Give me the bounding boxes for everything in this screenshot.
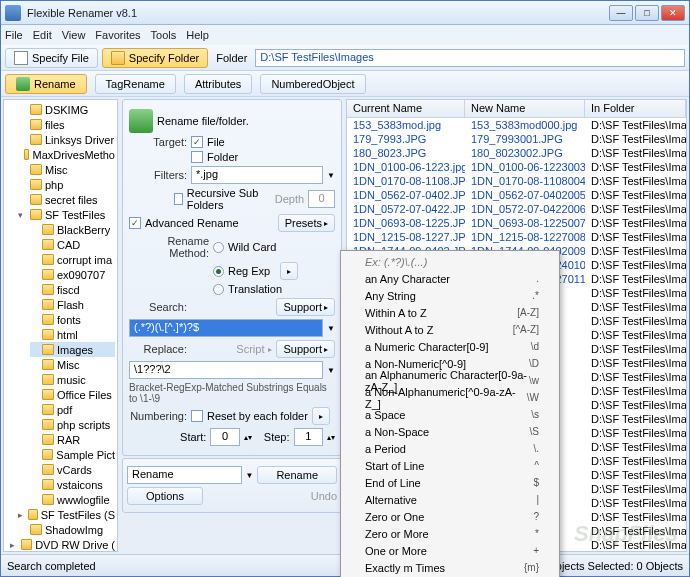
menu-item[interactable]: Any String.* <box>343 287 557 304</box>
tree-item[interactable]: Sample Pict <box>30 447 115 462</box>
method-regexp-radio[interactable] <box>213 266 224 277</box>
menu-item[interactable]: Within A to Z[A-Z] <box>343 304 557 321</box>
menu-item[interactable]: a Non-Space\S <box>343 423 557 440</box>
step-spinner-icon[interactable]: ▴▾ <box>327 433 335 442</box>
tree-item[interactable]: vCards <box>30 462 115 477</box>
menu-item[interactable]: Exactly m Times{m} <box>343 559 557 576</box>
tree-item[interactable]: BlackBerry <box>30 222 115 237</box>
filters-dropdown-icon[interactable]: ▼ <box>327 171 335 180</box>
tree-item[interactable]: CAD <box>30 237 115 252</box>
folder-path-input[interactable]: D:\SF TestFiles\Images <box>255 49 685 67</box>
rename-combo[interactable]: Rename <box>127 466 242 484</box>
regexp-arrow-button[interactable]: ▸ <box>280 262 298 280</box>
table-row[interactable]: 179_7993.JPG179_7993001.JPGD:\SF TestFil… <box>347 132 686 146</box>
start-input[interactable]: 0 <box>210 428 239 446</box>
table-row[interactable]: 153_5383mod.jpg153_5383mod000.jpgD:\SF T… <box>347 118 686 132</box>
menu-tools[interactable]: Tools <box>151 29 177 41</box>
target-folder-checkbox[interactable] <box>191 151 203 163</box>
menu-item[interactable]: Zero or More* <box>343 525 557 542</box>
menu-item[interactable]: an Any Character. <box>343 270 557 287</box>
table-row[interactable]: 180_8023.JPG180_8023002.JPGD:\SF TestFil… <box>347 146 686 160</box>
close-button[interactable]: ✕ <box>661 5 685 21</box>
numbering-arrow-button[interactable]: ▸ <box>312 407 330 425</box>
menu-item[interactable]: Start of Line^ <box>343 457 557 474</box>
col-in-folder[interactable]: In Folder <box>585 100 686 117</box>
tree-item[interactable]: ▾SF TestFiles <box>18 207 115 222</box>
search-input[interactable]: (.*?)(\.[^.]*)?$ <box>129 319 323 337</box>
tree-item[interactable]: ▸DVD RW Drive ( <box>10 537 115 552</box>
rename-button[interactable]: Rename <box>257 466 337 484</box>
search-dropdown-icon[interactable]: ▼ <box>327 324 335 333</box>
tree-item[interactable]: corrupt ima <box>30 252 115 267</box>
start-spinner-icon[interactable]: ▴▾ <box>244 433 252 442</box>
search-support-button[interactable]: Support▸ <box>276 298 335 316</box>
target-file-checkbox[interactable]: ✓ <box>191 136 203 148</box>
menu-item[interactable]: End of Line$ <box>343 474 557 491</box>
replace-input[interactable]: \1???\2 <box>129 361 323 379</box>
table-row[interactable]: 1DN_0693-08-1225.JPG1DN_0693-08-1225007.… <box>347 216 686 230</box>
tree-item[interactable]: RAR <box>30 432 115 447</box>
table-row[interactable]: 1DN_0170-08-1108.JPG1DN_0170-08-1108004.… <box>347 174 686 188</box>
tree-item[interactable]: fonts <box>30 312 115 327</box>
reset-each-checkbox[interactable] <box>191 410 203 422</box>
menu-file[interactable]: File <box>5 29 23 41</box>
tab-attributes[interactable]: Attributes <box>184 74 252 94</box>
tree-item[interactable]: Images <box>30 342 115 357</box>
undo-button[interactable]: Undo <box>311 490 337 502</box>
tree-item[interactable]: ShadowImg <box>18 522 115 537</box>
presets-button[interactable]: Presets▸ <box>278 214 335 232</box>
tab-numberedobject[interactable]: NumberedObject <box>260 74 365 94</box>
rename-combo-dropdown-icon[interactable]: ▼ <box>246 471 254 480</box>
tree-item[interactable]: fiscd <box>30 282 115 297</box>
tree-item[interactable]: vstaicons <box>30 477 115 492</box>
menu-edit[interactable]: Edit <box>33 29 52 41</box>
menu-item[interactable]: Without A to Z[^A-Z] <box>343 321 557 338</box>
depth-input[interactable]: 0 <box>308 190 335 208</box>
menu-help[interactable]: Help <box>186 29 209 41</box>
tree-item[interactable]: php <box>18 177 115 192</box>
recursive-checkbox[interactable] <box>174 193 183 205</box>
menu-item[interactable]: One or More+ <box>343 542 557 559</box>
specify-file-button[interactable]: Specify File <box>5 48 98 68</box>
step-input[interactable]: 1 <box>294 428 323 446</box>
tree-item[interactable]: html <box>30 327 115 342</box>
tree-item[interactable]: Misc <box>18 162 115 177</box>
folder-tree[interactable]: DSKIMGfilesLinksys DriverMaxDrivesMethoM… <box>3 99 118 552</box>
replace-dropdown-icon[interactable]: ▼ <box>327 366 335 375</box>
method-wildcard-radio[interactable] <box>213 242 224 253</box>
replace-support-button[interactable]: Support▸ <box>276 340 335 358</box>
menu-item[interactable]: Zero or One? <box>343 508 557 525</box>
table-row[interactable]: 1DN_0572-07-0422.JPG1DN_0572-07-0422006.… <box>347 202 686 216</box>
menu-item[interactable]: a Period\. <box>343 440 557 457</box>
advanced-checkbox[interactable]: ✓ <box>129 217 141 229</box>
tree-item[interactable]: DSKIMG <box>18 102 115 117</box>
menu-item[interactable]: a Numeric Character[0-9]\d <box>343 338 557 355</box>
table-row[interactable]: 1DN_0100-06-1223.jpg1DN_0100-06-1223003.… <box>347 160 686 174</box>
menu-view[interactable]: View <box>62 29 86 41</box>
tree-item[interactable]: Office Files <box>30 387 115 402</box>
col-current-name[interactable]: Current Name <box>347 100 465 117</box>
filters-input[interactable]: *.jpg <box>191 166 323 184</box>
tree-item[interactable]: wwwlogfile <box>30 492 115 507</box>
tree-item[interactable]: music <box>30 372 115 387</box>
tree-item[interactable]: secret files <box>18 192 115 207</box>
minimize-button[interactable]: — <box>609 5 633 21</box>
table-row[interactable]: 1DN_1215-08-1227.JPG1DN_1215-08-1227008.… <box>347 230 686 244</box>
table-row[interactable]: 1DN_0562-07-0402.JPG1DN_0562-07-0402005.… <box>347 188 686 202</box>
col-new-name[interactable]: New Name <box>465 100 585 117</box>
tree-item[interactable]: pdf <box>30 402 115 417</box>
tree-item[interactable]: php scripts <box>30 417 115 432</box>
tab-tagrename[interactable]: TagRename <box>95 74 176 94</box>
menu-item[interactable]: Alternative| <box>343 491 557 508</box>
tree-item[interactable]: Linksys Driver <box>18 132 115 147</box>
menu-favorites[interactable]: Favorites <box>95 29 140 41</box>
menu-item[interactable]: a Non-Alphanumeric[^0-9a-zA-Z_]\W <box>343 389 557 406</box>
method-translation-radio[interactable] <box>213 284 224 295</box>
tree-item[interactable]: Flash <box>30 297 115 312</box>
specify-folder-button[interactable]: Specify Folder <box>102 48 208 68</box>
tree-item[interactable]: ex090707 <box>30 267 115 282</box>
tree-item[interactable]: files <box>18 117 115 132</box>
tree-item[interactable]: Misc <box>30 357 115 372</box>
options-button[interactable]: Options <box>127 487 203 505</box>
tree-item[interactable]: MaxDrivesMetho <box>18 147 115 162</box>
